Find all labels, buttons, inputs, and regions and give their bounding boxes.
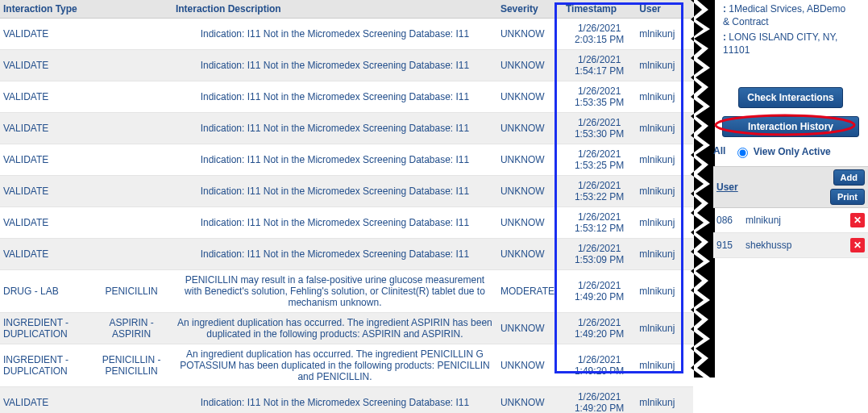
cell-ingredient: PENICILLIN (90, 270, 172, 313)
cell-user: mlnikunj (636, 81, 693, 113)
cell-timestamp: 1/26/20211:49:20 PM (563, 344, 636, 387)
col-header-user[interactable]: User (636, 0, 693, 19)
table-row[interactable]: VALIDATEIndication: I11 Not in the Micro… (0, 387, 693, 414)
cell-timestamp: 1/26/20211:54:17 PM (563, 50, 636, 81)
cell-severity: UNKNOW (497, 313, 563, 344)
cell-severity: UNKNOW (497, 19, 563, 50)
table-row[interactable]: VALIDATEIndication: I11 Not in the Micro… (0, 239, 693, 270)
print-button[interactable]: Print (830, 189, 865, 205)
cell-severity: UNKNOW (497, 113, 563, 144)
view-only-active-option[interactable]: View Only Active (733, 146, 830, 157)
user-column-header[interactable]: User (716, 181, 830, 193)
cell-user: mlnikunj (636, 176, 693, 207)
facility-line2: & Contract (723, 16, 868, 29)
facility-line1: 1Medical Srvices, ABDemo (729, 3, 845, 15)
cell-description: Indication: I11 Not in the Micromedex Sc… (172, 176, 497, 207)
cell-description: Indication: I11 Not in the Micromedex Sc… (172, 387, 497, 414)
cell-ingredient (90, 19, 172, 50)
cell-severity: MODERATE (497, 270, 563, 313)
cell-description: Indication: I11 Not in the Micromedex Sc… (172, 207, 497, 239)
torn-edge-decoration (691, 0, 715, 379)
cell-timestamp: 1/26/20211:49:20 PM (563, 270, 636, 313)
cell-description: An ingredient duplication has occurred. … (172, 344, 497, 387)
add-button[interactable]: Add (833, 169, 865, 186)
cell-timestamp: 1/26/20211:49:20 PM (563, 387, 636, 414)
cell-type: DRUG - LAB (0, 270, 90, 313)
cell-type: VALIDATE (0, 81, 90, 113)
table-row[interactable]: VALIDATEIndication: I11 Not in the Micro… (0, 144, 693, 176)
user-list-header: User Add Print (713, 166, 868, 208)
user-list-row[interactable]: 086mlnikunj✕ (713, 208, 868, 233)
cell-timestamp: 1/26/20211:53:25 PM (563, 144, 636, 176)
table-row[interactable]: VALIDATEIndication: I11 Not in the Micro… (0, 176, 693, 207)
cell-type: VALIDATE (0, 387, 90, 414)
svg-marker-0 (694, 0, 715, 378)
cell-type: VALIDATE (0, 50, 90, 81)
cell-timestamp: 1/26/20211:53:35 PM (563, 81, 636, 113)
user-list-row[interactable]: 915shekhussp✕ (713, 233, 868, 258)
cell-user: mlnikunj (636, 239, 693, 270)
col-header-sev[interactable]: Severity (497, 0, 563, 19)
cell-description: Indication: I11 Not in the Micromedex Sc… (172, 19, 497, 50)
cell-user: mlnikunj (636, 19, 693, 50)
cell-type: VALIDATE (0, 113, 90, 144)
cell-type: INGREDIENT - DUPLICATION (0, 313, 90, 344)
col-header-desc[interactable]: Interaction Description (172, 0, 497, 19)
check-interactions-button[interactable]: Check Interactions (738, 87, 842, 108)
interaction-table: Interaction Type Interaction Description… (0, 0, 693, 413)
table-row[interactable]: INGREDIENT - DUPLICATIONASPIRIN - ASPIRI… (0, 313, 693, 344)
cell-description: Indication: I11 Not in the Micromedex Sc… (172, 50, 497, 81)
cell-description: Indication: I11 Not in the Micromedex Sc… (172, 81, 497, 113)
table-row[interactable]: VALIDATEIndication: I11 Not in the Micro… (0, 207, 693, 239)
cell-ingredient (90, 387, 172, 414)
table-row[interactable]: VALIDATEIndication: I11 Not in the Micro… (0, 113, 693, 144)
row-number: 086 (716, 215, 745, 226)
row-user: shekhussp (745, 240, 850, 251)
facility-line4: 11101 (723, 44, 868, 57)
cell-severity: UNKNOW (497, 207, 563, 239)
cell-type: VALIDATE (0, 144, 90, 176)
cell-ingredient (90, 176, 172, 207)
cell-timestamp: 1/26/20211:53:12 PM (563, 207, 636, 239)
cell-description: PENICILLIN may result in a false-positiv… (172, 270, 497, 313)
cell-user: mlnikunj (636, 207, 693, 239)
interaction-history-button[interactable]: Interaction History (722, 116, 859, 137)
cell-ingredient (90, 144, 172, 176)
cell-ingredient (90, 81, 172, 113)
cell-description: Indication: I11 Not in the Micromedex Sc… (172, 113, 497, 144)
table-row[interactable]: VALIDATEIndication: I11 Not in the Micro… (0, 50, 693, 81)
cell-type: VALIDATE (0, 239, 90, 270)
col-header-type[interactable]: Interaction Type (0, 0, 90, 19)
cell-type: VALIDATE (0, 176, 90, 207)
view-active-radio[interactable] (737, 148, 748, 158)
cell-ingredient (90, 207, 172, 239)
col-header-ts[interactable]: Timestamp (563, 0, 636, 19)
delete-icon[interactable]: ✕ (850, 238, 865, 252)
table-row[interactable]: DRUG - LABPENICILLINPENICILLIN may resul… (0, 270, 693, 313)
cell-severity: UNKNOW (497, 50, 563, 81)
cell-type: VALIDATE (0, 207, 90, 239)
cell-type: INGREDIENT - DUPLICATION (0, 344, 90, 387)
cell-timestamp: 1/26/20212:03:15 PM (563, 19, 636, 50)
cell-user: mlnikunj (636, 50, 693, 81)
table-row[interactable]: VALIDATEIndication: I11 Not in the Micro… (0, 81, 693, 113)
cell-severity: UNKNOW (497, 344, 563, 387)
cell-description: An ingredient duplication has occurred. … (172, 313, 497, 344)
cell-timestamp: 1/26/20211:53:09 PM (563, 239, 636, 270)
cell-severity: UNKNOW (497, 239, 563, 270)
cell-user: mlnikunj (636, 313, 693, 344)
cell-user: mlnikunj (636, 113, 693, 144)
cell-timestamp: 1/26/20211:53:30 PM (563, 113, 636, 144)
facility-info: : 1Medical Srvices, ABDemo & Contract : … (713, 0, 868, 56)
row-user: mlnikunj (745, 215, 850, 226)
cell-user: mlnikunj (636, 387, 693, 414)
cell-user: mlnikunj (636, 344, 693, 387)
cell-description: Indication: I11 Not in the Micromedex Sc… (172, 144, 497, 176)
cell-severity: UNKNOW (497, 387, 563, 414)
delete-icon[interactable]: ✕ (850, 213, 865, 227)
table-row[interactable]: VALIDATEIndication: I11 Not in the Micro… (0, 19, 693, 50)
view-all-option[interactable]: All (713, 146, 729, 157)
table-row[interactable]: INGREDIENT - DUPLICATIONPENICILLIN - PEN… (0, 344, 693, 387)
cell-description: Indication: I11 Not in the Micromedex Sc… (172, 239, 497, 270)
cell-ingredient: PENICILLIN - PENICILLIN (90, 344, 172, 387)
